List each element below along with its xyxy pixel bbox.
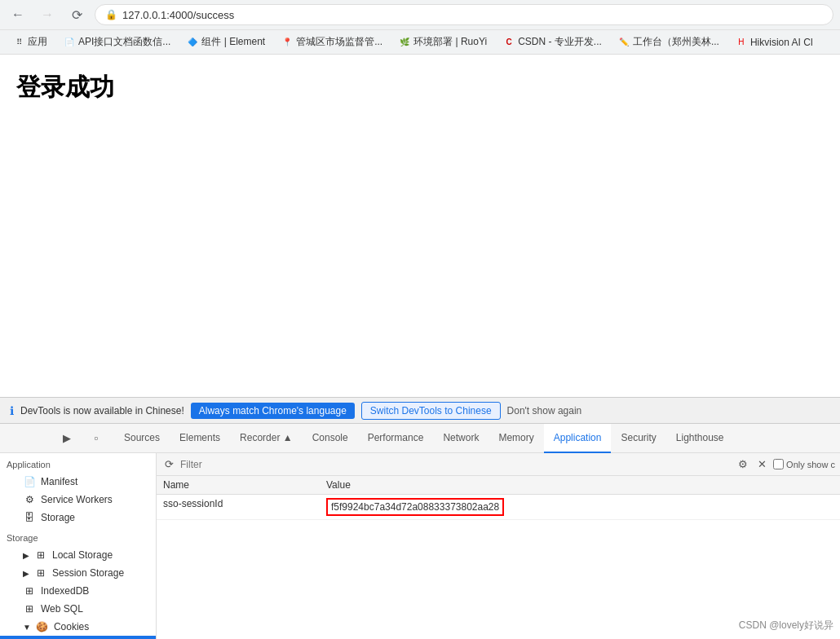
table-header-row: Name Value [157, 476, 840, 495]
sidebar-manifest[interactable]: 📄 Manifest [0, 473, 156, 491]
device-toolbar-button[interactable]: ▫ [85, 427, 108, 450]
refresh-storage-button[interactable]: ⟳ [161, 456, 177, 472]
back-button[interactable]: ← [7, 3, 29, 26]
info-icon: ℹ [10, 404, 14, 417]
highlighted-value: f5f9924bc7a34d72a08833373802aa28 [326, 498, 504, 516]
tab-sources[interactable]: Sources [114, 424, 170, 453]
dont-show-again-button[interactable]: Don't show again [507, 405, 582, 416]
devtools-notification-bar: ℹ DevTools is now available in Chinese! … [0, 397, 840, 423]
tab-lighthouse[interactable]: Lighthouse [666, 424, 734, 453]
devtools-body: Application 📄 Manifest ⚙ Service Workers… [0, 453, 840, 639]
browser-chrome: ← → ⟳ 🔒 127.0.0.1:4000/success ⠿ 应用 📄 AP… [0, 0, 840, 55]
column-header-value: Value [320, 476, 840, 495]
toolbar-right: ⚙ ✕ Only show c [735, 456, 835, 472]
sidebar-manifest-label: Manifest [41, 476, 77, 487]
bookmark-hik[interactable]: H Hikvision AI Cl [729, 35, 820, 50]
table-row[interactable]: sso-sessionId f5f9924bc7a34d72a088333738… [157, 495, 840, 520]
sidebar-service-workers-label: Service Workers [41, 494, 113, 505]
sidebar-cookie-url[interactable]: 🌐 http://127.0.0.1:4000 [0, 636, 156, 639]
forward-button[interactable]: → [36, 3, 59, 26]
tab-security[interactable]: Security [611, 424, 665, 453]
expand-cookies-icon: ▼ [23, 623, 31, 632]
sidebar-service-workers[interactable]: ⚙ Service Workers [0, 491, 156, 509]
storage-icon: 🗄 [23, 512, 36, 523]
tab-elements[interactable]: Elements [170, 424, 230, 453]
csdn-icon: C [503, 37, 515, 48]
tab-application[interactable]: Application [544, 424, 612, 453]
sidebar-indexeddb-label: IndexedDB [41, 585, 89, 597]
expand-local-storage-icon: ▶ [23, 551, 29, 560]
sidebar-storage-label: Storage [41, 512, 75, 523]
page-content: 登录成功 [0, 55, 840, 397]
refresh-button[interactable]: ⟳ [65, 3, 88, 26]
hik-icon: H [736, 37, 747, 48]
switch-devtools-button[interactable]: Switch DevTools to Chinese [361, 402, 501, 420]
local-storage-icon: ⊞ [34, 549, 47, 561]
sidebar-web-sql[interactable]: ⊞ Web SQL [0, 600, 156, 618]
tab-recorder[interactable]: Recorder ▲ [230, 424, 303, 453]
sidebar-indexeddb[interactable]: ⊞ IndexedDB [0, 582, 156, 600]
cookies-icon: 🍪 [36, 621, 49, 632]
bookmark-label: Hikvision AI Cl [750, 37, 813, 48]
bookmark-element[interactable]: 🔷 组件 | Element [180, 33, 272, 51]
only-show-checkbox[interactable] [773, 459, 784, 469]
web-sql-icon: ⊞ [23, 603, 36, 615]
sidebar-cookies[interactable]: ▼ 🍪 Cookies [0, 618, 156, 636]
bookmark-work[interactable]: ✏️ 工作台（郑州美林... [612, 33, 726, 51]
cookie-name-cell: sso-sessionId [157, 495, 320, 520]
url-text: 127.0.0.1:4000/success [122, 9, 234, 21]
bookmark-label: CSDN - 专业开发... [518, 35, 602, 49]
sidebar-web-sql-label: Web SQL [41, 603, 83, 615]
sidebar-local-storage[interactable]: ▶ ⊞ Local Storage [0, 546, 156, 564]
bookmark-market[interactable]: 📍 管城区市场监督管... [275, 33, 389, 51]
work-icon: ✏️ [618, 37, 630, 48]
sidebar-local-storage-label: Local Storage [52, 549, 113, 561]
bookmark-label: 组件 | Element [201, 35, 265, 49]
storage-table: Name Value sso-sessionId f5f9924bc7a34d7… [157, 476, 840, 639]
bookmark-env[interactable]: 🌿 环境部署 | RuoYi [392, 33, 493, 51]
bookmark-label: 工作台（郑州美林... [633, 35, 719, 49]
bookmark-label: 管城区市场监督管... [296, 35, 382, 49]
page-title: 登录成功 [16, 71, 824, 104]
bookmark-apps[interactable]: ⠿ 应用 [7, 33, 54, 51]
clear-button[interactable]: ✕ [754, 456, 770, 472]
sidebar-storage[interactable]: 🗄 Storage [0, 509, 156, 527]
devtools-icon-buttons: ▶ ▫ [49, 427, 114, 450]
sidebar-session-storage[interactable]: ▶ ⊞ Session Storage [0, 564, 156, 582]
only-show-label: Only show c [786, 460, 835, 469]
devtools-main: ⟳ ⚙ ✕ Only show c Name [157, 453, 840, 639]
column-header-name: Name [157, 476, 320, 495]
watermark: CSDN @lovely好说异 [739, 619, 833, 632]
nav-bar: ← → ⟳ 🔒 127.0.0.1:4000/success [0, 0, 840, 29]
manifest-icon: 📄 [23, 476, 36, 487]
apps-icon: ⠿ [13, 37, 24, 48]
devtools-panel: ▶ ▫ Sources Elements Recorder ▲ Console … [0, 423, 840, 639]
notification-text: DevTools is now available in Chinese! [20, 405, 184, 416]
bookmark-label: API接口文档函数信... [78, 35, 170, 49]
settings-icon-button[interactable]: ⚙ [735, 456, 751, 472]
element-icon: 🔷 [187, 37, 198, 48]
bookmark-api[interactable]: 📄 API接口文档函数信... [57, 33, 177, 51]
env-icon: 🌿 [399, 37, 410, 48]
tab-console[interactable]: Console [303, 424, 358, 453]
devtools-sidebar: Application 📄 Manifest ⚙ Service Workers… [0, 453, 157, 639]
bookmark-csdn[interactable]: C CSDN - 专业开发... [497, 33, 608, 51]
address-bar[interactable]: 🔒 127.0.0.1:4000/success [95, 4, 833, 25]
only-show-checkbox-label[interactable]: Only show c [773, 459, 835, 469]
expand-session-storage-icon: ▶ [23, 569, 29, 578]
inspect-element-button[interactable]: ▶ [55, 427, 78, 450]
tab-network[interactable]: Network [433, 424, 489, 453]
tab-memory[interactable]: Memory [489, 424, 543, 453]
bookmark-label: 应用 [28, 35, 47, 49]
application-section-header: Application [0, 453, 156, 473]
filter-input[interactable] [180, 456, 732, 473]
storage-toolbar: ⟳ ⚙ ✕ Only show c [157, 453, 840, 476]
tab-performance[interactable]: Performance [358, 424, 434, 453]
sidebar-session-storage-label: Session Storage [52, 567, 124, 579]
sidebar-cookies-label: Cookies [54, 621, 89, 632]
api-icon: 📄 [64, 37, 75, 48]
service-workers-icon: ⚙ [23, 494, 36, 505]
always-match-button[interactable]: Always match Chrome's language [191, 403, 355, 419]
lock-icon: 🔒 [105, 9, 117, 20]
indexeddb-icon: ⊞ [23, 585, 36, 597]
